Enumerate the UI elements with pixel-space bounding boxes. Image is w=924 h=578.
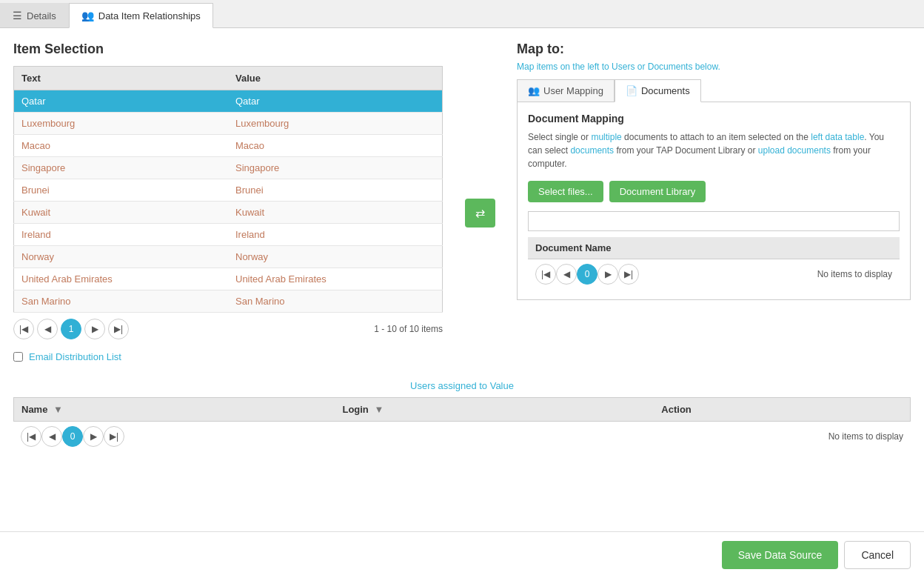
doc-btn-row: Select files... Document Library: [528, 181, 900, 202]
tab-data-item-relationships[interactable]: 👥 Data Item Relationships: [69, 3, 213, 28]
col-text: Text: [14, 67, 229, 90]
email-distribution-section: Email Distribution List: [13, 351, 911, 362]
doc-mapping-desc: Select single or multiple documents to a…: [528, 130, 900, 170]
doc-table-header-row: Document Name: [528, 237, 900, 259]
users-pag-next-btn[interactable]: ▶: [83, 426, 104, 447]
cell-text: Singapore: [14, 157, 229, 179]
doc-pag-first-btn[interactable]: |◀: [535, 264, 556, 285]
login-filter-icon[interactable]: ▼: [374, 404, 384, 415]
col-value: Value: [228, 67, 443, 90]
pag-info: 1 - 10 of 10 items: [374, 324, 443, 334]
cell-value: Kuwait: [228, 202, 443, 224]
users-pag-prev-btn[interactable]: ◀: [41, 426, 62, 447]
document-library-button[interactable]: Document Library: [609, 181, 706, 202]
name-filter-icon[interactable]: ▼: [53, 404, 63, 415]
cell-value: Norway: [228, 246, 443, 268]
cell-value: Luxembourg: [228, 113, 443, 135]
cell-value: Qatar: [228, 90, 443, 113]
transfer-button[interactable]: ⇄: [465, 199, 495, 227]
table-row[interactable]: SingaporeSingapore: [14, 157, 443, 179]
user-mapping-icon: 👥: [528, 85, 540, 96]
users-pagination: |◀ ◀ 0 ▶ ▶| No items to display: [13, 422, 911, 451]
documents-icon: 📄: [626, 85, 637, 96]
users-table-header-row: Name ▼ Login ▼ Action: [14, 398, 911, 422]
doc-table: Document Name: [528, 237, 900, 259]
users-section: Users assigned to Value Name ▼ Login ▼ A…: [13, 380, 911, 451]
users-assigned-title: Users assigned to Value: [13, 380, 911, 391]
doc-name-col: Document Name: [528, 237, 900, 259]
table-row[interactable]: KuwaitKuwait: [14, 202, 443, 224]
item-selection-table: Text Value QatarQatarLuxembourgLuxembour…: [13, 66, 443, 313]
item-selection-title: Item Selection: [13, 41, 443, 57]
email-distribution-checkbox[interactable]: [13, 352, 23, 362]
doc-pag-page0-btn[interactable]: 0: [577, 264, 597, 285]
users-pag-page0-btn[interactable]: 0: [62, 426, 83, 447]
users-pag-last-btn[interactable]: ▶|: [104, 426, 124, 447]
pag-first-btn[interactable]: |◀: [13, 319, 34, 339]
documents-link: documents: [570, 145, 614, 156]
table-header-row: Text Value: [14, 67, 443, 90]
doc-pag-next-btn[interactable]: ▶: [597, 264, 618, 285]
cell-value: Brunei: [228, 179, 443, 202]
doc-pag-last-btn[interactable]: ▶|: [618, 264, 639, 285]
cell-text: Kuwait: [14, 202, 229, 224]
cell-text: United Arab Emirates: [14, 268, 229, 290]
pag-page1-btn[interactable]: 1: [61, 319, 81, 339]
doc-pag-no-items: No items to display: [817, 269, 892, 279]
cell-text: Brunei: [14, 179, 229, 202]
map-info: Map items on the left to Users or Docume…: [517, 62, 911, 72]
main-content: Item Selection Text Value QatarQatarLuxe…: [0, 28, 924, 541]
footer-bar: Save Data Source Cancel: [0, 531, 924, 541]
tab-details[interactable]: ☰ Details: [0, 3, 69, 27]
map-panel: Document Mapping Select single or multip…: [517, 102, 911, 300]
doc-search-input[interactable]: [528, 211, 900, 231]
table-row[interactable]: MacaoMacao: [14, 135, 443, 157]
details-icon: ☰: [13, 10, 22, 21]
cell-text: Macao: [14, 135, 229, 157]
inner-tabs: 👥 User Mapping 📄 Documents: [517, 79, 911, 102]
top-section: Item Selection Text Value QatarQatarLuxe…: [13, 41, 911, 339]
inner-tab-documents[interactable]: 📄 Documents: [615, 79, 701, 102]
doc-mapping-title: Document Mapping: [528, 113, 900, 124]
cell-value: Macao: [228, 135, 443, 157]
users-table: Name ▼ Login ▼ Action: [13, 397, 911, 422]
select-files-button[interactable]: Select files...: [528, 181, 603, 202]
cell-value: United Arab Emirates: [228, 268, 443, 290]
cell-value: San Marino: [228, 290, 443, 313]
table-row[interactable]: NorwayNorway: [14, 246, 443, 268]
users-col-name: Name ▼: [14, 398, 335, 422]
transfer-btn-container: ⇄: [458, 41, 502, 339]
pag-last-btn[interactable]: ▶|: [108, 319, 129, 339]
multiple-link: multiple: [591, 132, 621, 142]
cell-value: Ireland: [228, 224, 443, 246]
cell-value: Singapore: [228, 157, 443, 179]
inner-tab-user-mapping[interactable]: 👥 User Mapping: [517, 79, 615, 102]
cell-text: Luxembourg: [14, 113, 229, 135]
table-row[interactable]: United Arab EmiratesUnited Arab Emirates: [14, 268, 443, 290]
cell-text: San Marino: [14, 290, 229, 313]
cell-text: Ireland: [14, 224, 229, 246]
pag-prev-btn[interactable]: ◀: [37, 319, 58, 339]
pag-next-btn[interactable]: ▶: [84, 319, 105, 339]
left-table-link: left data table: [811, 132, 864, 142]
table-row[interactable]: BruneiBrunei: [14, 179, 443, 202]
table-row[interactable]: IrelandIreland: [14, 224, 443, 246]
tabs-bar: ☰ Details 👥 Data Item Relationships: [0, 0, 924, 28]
relationships-icon: 👥: [81, 10, 94, 21]
doc-pag-prev-btn[interactable]: ◀: [556, 264, 577, 285]
item-pagination: |◀ ◀ 1 ▶ ▶| 1 - 10 of 10 items: [13, 319, 443, 339]
users-pag-first-btn[interactable]: |◀: [21, 426, 41, 447]
table-row[interactable]: QatarQatar: [14, 90, 443, 113]
users-pag-no-items: No items to display: [828, 431, 903, 442]
map-to-title: Map to:: [517, 41, 911, 57]
table-row[interactable]: LuxembourgLuxembourg: [14, 113, 443, 135]
item-table-body: QatarQatarLuxembourgLuxembourgMacaoMacao…: [14, 90, 443, 313]
item-selection-panel: Item Selection Text Value QatarQatarLuxe…: [13, 41, 443, 339]
cell-text: Norway: [14, 246, 229, 268]
upload-link: upload documents: [758, 145, 831, 156]
cell-text: Qatar: [14, 90, 229, 113]
email-distribution-label: Email Distribution List: [29, 351, 121, 362]
users-col-action: Action: [654, 398, 910, 422]
map-to-panel: Map to: Map items on the left to Users o…: [517, 41, 911, 339]
table-row[interactable]: San MarinoSan Marino: [14, 290, 443, 313]
